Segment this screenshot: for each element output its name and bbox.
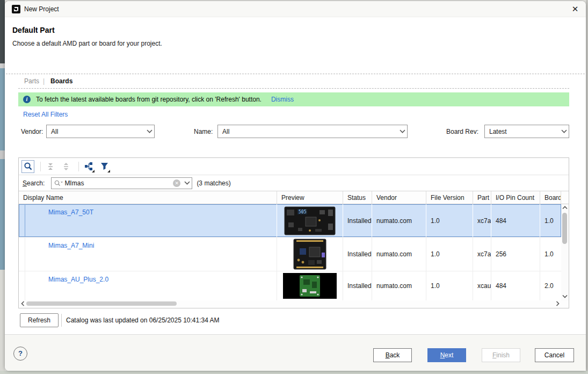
column-header-file-version[interactable]: File Version (426, 191, 473, 204)
search-toggle-button[interactable] (21, 160, 34, 173)
info-banner: i To fetch the latest available boards f… (18, 92, 569, 106)
table-row[interactable]: Mimas_A7_Mini (19, 238, 561, 271)
tab-boards[interactable]: Boards (50, 77, 72, 85)
vendor-cell: numato.com (372, 204, 426, 237)
board-rev-cell: 1.0 (540, 204, 561, 237)
column-header-part[interactable]: Part (473, 191, 491, 204)
amd-logo-icon (12, 5, 20, 13)
chevron-left-icon[interactable] (19, 301, 26, 307)
board-rev-label: Board Rev: (446, 128, 478, 135)
expand-all-icon (62, 162, 70, 171)
match-count: (3 matches) (197, 179, 230, 187)
column-header-preview[interactable]: Preview (277, 191, 343, 204)
titlebar: New Project ✕ (5, 1, 586, 17)
board-name-link[interactable]: Mimas_A7_50T (25, 204, 277, 237)
board-rev-select[interactable]: Latest (484, 125, 569, 138)
board-name-link[interactable]: Mimas_A7_Mini (25, 238, 277, 271)
svg-text:505: 505 (299, 210, 307, 214)
vendor-cell: numato.com (372, 271, 426, 300)
table-toolbar (19, 158, 569, 175)
io-pin-count-cell: 484 (491, 204, 540, 237)
chevron-up-icon[interactable] (561, 205, 569, 211)
reset-all-filters-link[interactable]: Reset All Filters (23, 111, 68, 118)
back-button[interactable]: Back (373, 348, 412, 362)
group-by-button[interactable] (82, 160, 95, 173)
filter-button[interactable] (98, 160, 111, 173)
background-app-edge (586, 0, 588, 371)
cancel-button[interactable]: Cancel (535, 348, 574, 362)
board-preview-image (283, 273, 337, 299)
chevron-down-icon[interactable] (561, 294, 569, 299)
footer: ? Back Next Finish Cancel (5, 334, 586, 371)
divider-dashed (18, 88, 569, 89)
column-header-status[interactable]: Status (343, 191, 372, 204)
column-header-display-name[interactable]: Display Name (19, 191, 277, 204)
window-title: New Project (24, 5, 59, 13)
vendor-select[interactable]: All (46, 125, 155, 138)
vendor-cell: numato.com (372, 238, 426, 271)
divider-dashed (6, 74, 585, 74)
background-app-edge (0, 0, 5, 64)
file-version-cell: 1.0 (426, 271, 473, 300)
table-row[interactable]: Mimas_AU_Plus_2.0 Inst (19, 271, 561, 300)
name-label: Name: (194, 128, 213, 135)
background-app-edge (0, 63, 5, 68)
status-cell: Installed (343, 204, 372, 237)
search-input[interactable] (63, 179, 173, 187)
help-icon[interactable]: ? (13, 347, 27, 361)
scrollbar-thumb[interactable] (26, 301, 177, 306)
search-combo[interactable]: ✕ (51, 177, 192, 189)
tab-parts[interactable]: Parts (24, 77, 39, 85)
clear-search-icon[interactable]: ✕ (173, 179, 180, 187)
dropdown-corner-icon (92, 170, 95, 172)
search-dropdown-chevron-icon[interactable] (182, 181, 192, 185)
column-header-io-pin-count[interactable]: I/O Pin Count (491, 191, 540, 204)
horizontal-scrollbar[interactable] (19, 300, 569, 307)
expand-all-button[interactable] (60, 160, 72, 173)
table-row[interactable]: Mimas_A7_50T 505 (19, 204, 561, 238)
search-label: Search: (23, 179, 45, 187)
io-pin-count-cell: 256 (491, 238, 540, 271)
row-gutter (19, 204, 25, 237)
search-field-icon (54, 179, 63, 187)
column-header-vendor[interactable]: Vendor (372, 191, 426, 204)
board-preview-image (293, 239, 326, 270)
chevron-down-icon (144, 130, 154, 133)
file-version-cell: 1.0 (426, 238, 473, 271)
refresh-button[interactable]: Refresh (20, 313, 59, 327)
vendor-select-value: All (51, 128, 144, 135)
collapse-all-icon (46, 162, 55, 171)
io-pin-count-cell: 484 (491, 271, 540, 300)
name-select[interactable]: All (217, 125, 408, 138)
scrollbar-thumb[interactable] (562, 213, 567, 244)
name-select-value: All (222, 128, 397, 135)
background-app-edge (0, 371, 588, 374)
next-button[interactable]: Next (427, 348, 466, 362)
row-gutter (19, 271, 25, 300)
finish-button: Finish (482, 348, 520, 362)
boards-table-panel: Search: ✕ (3 matches) Display Name Previ… (18, 157, 569, 308)
board-preview-image: 505 (284, 206, 336, 235)
info-icon: i (23, 96, 31, 103)
close-icon[interactable]: ✕ (569, 3, 582, 15)
background-app-edge (0, 270, 5, 374)
toolbar-separator (40, 162, 41, 171)
chevron-right-icon[interactable] (554, 301, 561, 307)
column-header-filler (561, 191, 569, 204)
new-project-dialog: New Project ✕ Default Part Choose a defa… (5, 1, 586, 371)
background-app-edge (0, 64, 5, 270)
dropdown-corner-icon (107, 170, 110, 172)
part-cell: xc7a (473, 238, 491, 271)
tab-separator: | (43, 77, 45, 85)
vertical-scrollbar[interactable] (561, 204, 569, 300)
collapse-all-button[interactable] (44, 160, 57, 173)
background-app-edge (0, 150, 5, 159)
chevron-down-icon (559, 130, 569, 133)
board-name-link[interactable]: Mimas_AU_Plus_2.0 (25, 271, 277, 300)
dismiss-link[interactable]: Dismiss (271, 96, 294, 103)
column-header-board[interactable]: Board (540, 191, 561, 204)
row-gutter (19, 238, 25, 271)
status-cell: Installed (343, 238, 372, 271)
table-body: Mimas_A7_50T 505 (19, 204, 569, 300)
board-rev-select-value: Latest (489, 128, 559, 135)
